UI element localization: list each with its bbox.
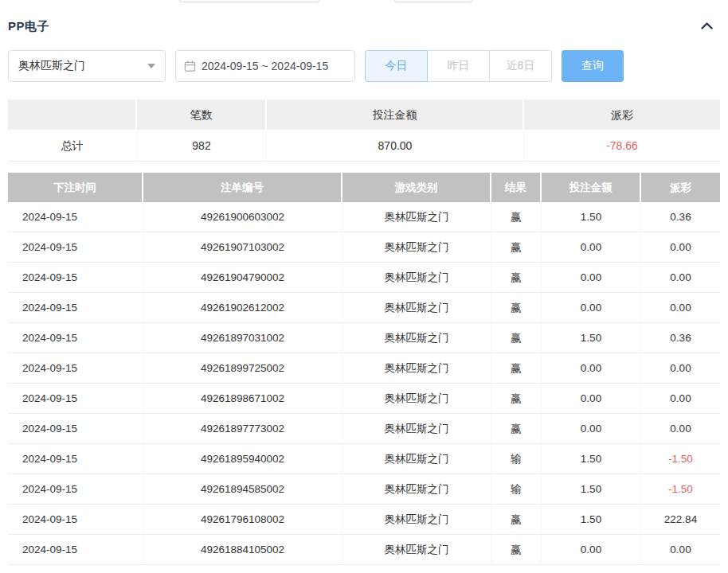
bet-time-cell: 2024-09-15 — [8, 414, 143, 444]
bet-time-cell: 2024-09-15 — [8, 232, 143, 263]
summary-total-payout: -78.66 — [524, 130, 720, 162]
bet-time-cell: 2024-09-15 — [8, 444, 143, 474]
result-cell: 赢 — [491, 353, 542, 384]
summary-header-blank — [8, 99, 137, 130]
payout-cell: 0.00 — [641, 293, 720, 323]
table-row: 2024-09-1549261897031002奥林匹斯之门赢1.500.36 — [8, 323, 720, 353]
header-bet-time: 下注时间 — [8, 173, 143, 202]
cutoff-input-fragment — [394, 0, 472, 2]
bet-id-cell: 49261895940002 — [143, 444, 342, 474]
summary-header-payout: 派彩 — [524, 99, 720, 130]
summary-total-count: 982 — [137, 130, 267, 162]
table-row: 2024-09-1549261907103002奥林匹斯之门赢0.000.00 — [8, 232, 720, 263]
result-cell: 赢 — [491, 293, 542, 323]
table-row: 2024-09-1549261898671002奥林匹斯之门赢0.000.00 — [8, 384, 720, 414]
result-cell: 赢 — [491, 263, 542, 293]
quick-filter-group: 今日昨日近8日 — [365, 50, 552, 82]
payout-cell: -1.50 — [641, 474, 720, 505]
bet-time-cell: 2024-09-15 — [8, 263, 143, 293]
game-select[interactable]: 奥林匹斯之门 — [8, 50, 166, 82]
game-type-cell: 奥林匹斯之门 — [342, 535, 491, 565]
bet-id-cell: 49261904790002 — [143, 263, 342, 293]
game-type-cell: 奥林匹斯之门 — [342, 232, 491, 263]
bet-id-cell: 49261894585002 — [143, 474, 342, 505]
result-cell: 赢 — [491, 232, 542, 263]
payout-cell: 0.00 — [641, 414, 720, 444]
section-header: PP电子 — [0, 0, 728, 34]
calendar-icon — [184, 60, 196, 72]
game-type-cell: 奥林匹斯之门 — [342, 353, 491, 384]
summary-total-label: 总计 — [8, 130, 137, 162]
bet-amount-cell: 0.00 — [542, 232, 641, 263]
summary-header-row: 笔数 投注金额 派彩 — [8, 99, 720, 130]
bet-id-cell: 49261900603002 — [143, 202, 342, 232]
game-type-cell: 奥林匹斯之门 — [342, 323, 491, 353]
quick-filter-today[interactable]: 今日 — [365, 50, 428, 82]
game-type-cell: 奥林匹斯之门 — [342, 414, 491, 444]
payout-cell: 0.00 — [641, 384, 720, 414]
bet-amount-cell: 1.50 — [542, 444, 641, 474]
bet-table-body: 2024-09-1549261900603002奥林匹斯之门赢1.500.362… — [8, 202, 720, 565]
table-header-row: 下注时间 注单编号 游戏类别 结果 投注金额 派彩 — [8, 173, 720, 202]
quick-filter-yesterday[interactable]: 昨日 — [427, 50, 490, 82]
bet-amount-cell: 0.00 — [542, 353, 641, 384]
bet-id-cell: 49261796108002 — [143, 505, 342, 535]
summary-header-count: 笔数 — [137, 99, 267, 130]
bet-id-cell: 49261902612002 — [143, 293, 342, 323]
result-cell: 输 — [491, 474, 542, 505]
pp-games-section: PP电子 奥林匹斯之门 2024-09-15 ~ 2024-09-15 今日昨日… — [0, 0, 728, 573]
table-row: 2024-09-1549261895940002奥林匹斯之门输1.50-1.50 — [8, 444, 720, 474]
bet-amount-cell: 0.00 — [542, 535, 641, 565]
game-select-value: 奥林匹斯之门 — [18, 59, 85, 73]
table-row: 2024-09-1549261796108002奥林匹斯之门赢1.50222.8… — [8, 505, 720, 535]
summary-table: 笔数 投注金额 派彩 总计 982 870.00 -78.66 — [8, 99, 720, 162]
summary-total-row: 总计 982 870.00 -78.66 — [8, 130, 720, 162]
bet-amount-cell: 0.00 — [542, 414, 641, 444]
bet-amount-cell: 0.00 — [542, 384, 641, 414]
result-cell: 赢 — [491, 535, 542, 565]
result-cell: 赢 — [491, 414, 542, 444]
bet-time-cell: 2024-09-15 — [8, 535, 143, 565]
bet-records-table: 下注时间 注单编号 游戏类别 结果 投注金额 派彩 2024-09-154926… — [8, 173, 720, 565]
filter-toolbar: 奥林匹斯之门 2024-09-15 ~ 2024-09-15 今日昨日近8日 查… — [8, 50, 720, 82]
header-bet-amount: 投注金额 — [542, 173, 641, 202]
bet-amount-cell: 1.50 — [542, 505, 641, 535]
payout-cell: 222.84 — [641, 505, 720, 535]
table-row: 2024-09-1549261900603002奥林匹斯之门赢1.500.36 — [8, 202, 720, 232]
payout-cell: 0.00 — [641, 353, 720, 384]
bet-time-cell: 2024-09-15 — [8, 505, 143, 535]
result-cell: 赢 — [491, 384, 542, 414]
bet-id-cell: 49261899725002 — [143, 353, 342, 384]
payout-cell: 0.00 — [641, 263, 720, 293]
bet-time-cell: 2024-09-15 — [8, 474, 143, 505]
game-type-cell: 奥林匹斯之门 — [342, 384, 491, 414]
bet-amount-cell: 0.00 — [542, 263, 641, 293]
table-row: 2024-09-1549261904790002奥林匹斯之门赢0.000.00 — [8, 263, 720, 293]
header-payout: 派彩 — [641, 173, 720, 202]
game-type-cell: 奥林匹斯之门 — [342, 474, 491, 505]
payout-cell: 0.00 — [641, 535, 720, 565]
game-type-cell: 奥林匹斯之门 — [342, 202, 491, 232]
summary-total-bet-amount: 870.00 — [267, 130, 524, 162]
payout-cell: -1.50 — [641, 444, 720, 474]
date-range-input[interactable]: 2024-09-15 ~ 2024-09-15 — [175, 50, 355, 82]
table-row: 2024-09-1549261899725002奥林匹斯之门赢0.000.00 — [8, 353, 720, 384]
game-type-cell: 奥林匹斯之门 — [342, 444, 491, 474]
result-cell: 赢 — [491, 202, 542, 232]
bet-id-cell: 49261884105002 — [143, 535, 342, 565]
search-button[interactable]: 查询 — [562, 50, 624, 82]
quick-filter-last8days[interactable]: 近8日 — [489, 50, 552, 82]
table-row: 2024-09-1549261902612002奥林匹斯之门赢0.000.00 — [8, 293, 720, 323]
bet-time-cell: 2024-09-15 — [8, 293, 143, 323]
bet-amount-cell: 0.00 — [542, 293, 641, 323]
table-row: 2024-09-1549261884105002奥林匹斯之门赢0.000.00 — [8, 535, 720, 565]
collapse-section-button[interactable] — [700, 21, 714, 33]
bet-time-cell: 2024-09-15 — [8, 384, 143, 414]
summary-header-bet-amount: 投注金额 — [267, 99, 524, 130]
result-cell: 赢 — [491, 323, 542, 353]
header-result: 结果 — [491, 173, 542, 202]
bet-time-cell: 2024-09-15 — [8, 353, 143, 384]
table-row: 2024-09-1549261894585002奥林匹斯之门输1.50-1.50 — [8, 474, 720, 505]
bet-amount-cell: 1.50 — [542, 202, 641, 232]
result-cell: 赢 — [491, 505, 542, 535]
